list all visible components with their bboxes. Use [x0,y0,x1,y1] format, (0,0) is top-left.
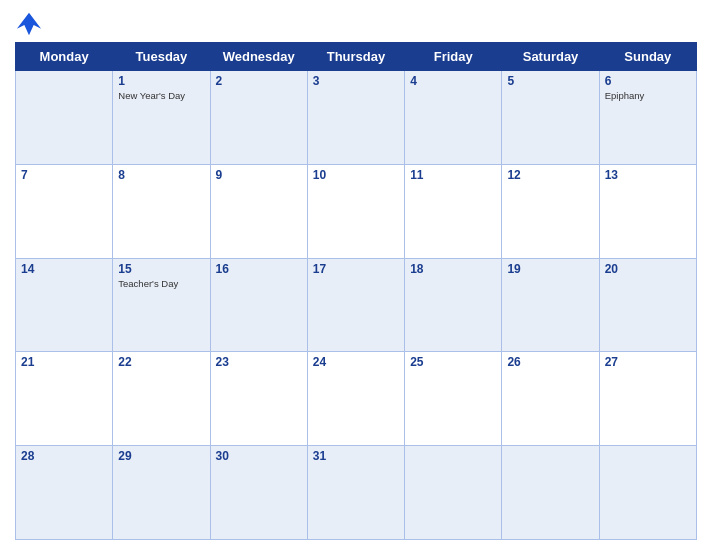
calendar-cell: 30 [210,446,307,540]
weekday-header-row: MondayTuesdayWednesdayThursdayFridaySatu… [16,43,697,71]
day-number: 1 [118,74,204,88]
day-number: 10 [313,168,399,182]
calendar-cell: 8 [113,164,210,258]
calendar-week-row: 1415Teacher's Day1617181920 [16,258,697,352]
day-number: 27 [605,355,691,369]
calendar-cell: 21 [16,352,113,446]
day-number: 13 [605,168,691,182]
calendar-week-row: 21222324252627 [16,352,697,446]
calendar-cell: 1New Year's Day [113,71,210,165]
calendar-cell: 10 [307,164,404,258]
calendar-cell: 2 [210,71,307,165]
holiday-label: Epiphany [605,90,691,101]
calendar-cell: 31 [307,446,404,540]
calendar-cell: 28 [16,446,113,540]
logo [15,10,47,38]
day-number: 29 [118,449,204,463]
weekday-header-tuesday: Tuesday [113,43,210,71]
day-number: 9 [216,168,302,182]
calendar-cell: 4 [405,71,502,165]
day-number: 26 [507,355,593,369]
calendar-cell: 19 [502,258,599,352]
logo-icon [15,10,43,38]
calendar-cell: 12 [502,164,599,258]
weekday-header-monday: Monday [16,43,113,71]
calendar-cell [599,446,696,540]
calendar-cell: 22 [113,352,210,446]
calendar-cell [16,71,113,165]
calendar-cell [502,446,599,540]
weekday-header-sunday: Sunday [599,43,696,71]
holiday-label: Teacher's Day [118,278,204,289]
calendar-cell: 25 [405,352,502,446]
calendar-cell: 17 [307,258,404,352]
calendar-cell: 15Teacher's Day [113,258,210,352]
calendar-week-row: 28293031 [16,446,697,540]
calendar-cell: 23 [210,352,307,446]
calendar-cell: 3 [307,71,404,165]
day-number: 19 [507,262,593,276]
weekday-header-saturday: Saturday [502,43,599,71]
day-number: 11 [410,168,496,182]
calendar-table: MondayTuesdayWednesdayThursdayFridaySatu… [15,42,697,540]
day-number: 6 [605,74,691,88]
day-number: 16 [216,262,302,276]
holiday-label: New Year's Day [118,90,204,101]
calendar-cell [405,446,502,540]
calendar-header [15,10,697,38]
calendar-cell: 6Epiphany [599,71,696,165]
calendar-cell: 16 [210,258,307,352]
calendar-cell: 13 [599,164,696,258]
calendar-week-row: 1New Year's Day23456Epiphany [16,71,697,165]
day-number: 17 [313,262,399,276]
weekday-header-wednesday: Wednesday [210,43,307,71]
day-number: 3 [313,74,399,88]
calendar-cell: 5 [502,71,599,165]
calendar-cell: 26 [502,352,599,446]
day-number: 21 [21,355,107,369]
day-number: 30 [216,449,302,463]
svg-marker-0 [17,13,41,35]
calendar-cell: 27 [599,352,696,446]
day-number: 31 [313,449,399,463]
day-number: 28 [21,449,107,463]
day-number: 14 [21,262,107,276]
weekday-header-thursday: Thursday [307,43,404,71]
weekday-header-friday: Friday [405,43,502,71]
day-number: 5 [507,74,593,88]
calendar-cell: 9 [210,164,307,258]
day-number: 4 [410,74,496,88]
calendar-cell: 18 [405,258,502,352]
day-number: 18 [410,262,496,276]
day-number: 8 [118,168,204,182]
day-number: 22 [118,355,204,369]
calendar-cell: 14 [16,258,113,352]
day-number: 12 [507,168,593,182]
calendar-cell: 20 [599,258,696,352]
calendar-cell: 11 [405,164,502,258]
day-number: 15 [118,262,204,276]
calendar-week-row: 78910111213 [16,164,697,258]
day-number: 24 [313,355,399,369]
day-number: 25 [410,355,496,369]
calendar-cell: 29 [113,446,210,540]
day-number: 20 [605,262,691,276]
day-number: 23 [216,355,302,369]
day-number: 7 [21,168,107,182]
day-number: 2 [216,74,302,88]
calendar-cell: 7 [16,164,113,258]
calendar-cell: 24 [307,352,404,446]
